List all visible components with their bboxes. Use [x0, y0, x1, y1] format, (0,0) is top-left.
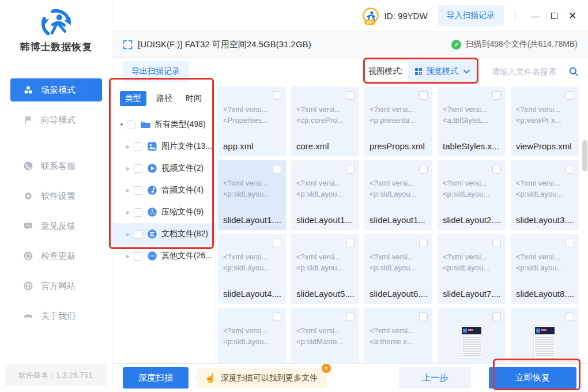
file-card[interactable]: [438, 308, 506, 363]
tree-item-archive[interactable]: ▶压缩文件(9): [112, 201, 216, 223]
expand-arrow-icon[interactable]: ▶: [126, 188, 134, 193]
file-checkbox[interactable]: [419, 165, 428, 174]
file-card[interactable]: <?xml versi...<p:presenta...presProps.xm…: [364, 86, 432, 156]
file-card[interactable]: <?xml versi...<p:sldLayou...slideLayout3…: [511, 160, 579, 230]
tree-checkbox[interactable]: [134, 164, 142, 173]
sidebar-item-wizard[interactable]: 向导模式: [10, 108, 102, 131]
file-card[interactable]: <?xml versi...<p:sldMaste...: [291, 308, 359, 363]
vip-tag: VIP: [364, 20, 375, 25]
file-card[interactable]: <?xml versi...<p:sldLayou...slideLayout7…: [438, 234, 506, 304]
sidebar-item-feedback[interactable]: 意见反馈: [10, 214, 102, 238]
tree-item-other[interactable]: ▶其他文件(26...: [112, 245, 216, 267]
file-card[interactable]: <?xml versi...<Properties...app.xml: [218, 86, 286, 156]
previous-step-button[interactable]: 上一步: [399, 367, 471, 389]
file-checkbox[interactable]: [273, 312, 281, 321]
tree-checkbox[interactable]: [134, 208, 142, 217]
file-preview-text: <?xml versi...<cp:corePro...: [296, 104, 355, 126]
file-checkbox[interactable]: [492, 312, 501, 321]
tree-item-audio[interactable]: ▶音频文件(4): [112, 179, 216, 201]
maximize-button[interactable]: [546, 8, 561, 23]
file-card[interactable]: <?xml versi...<p:viewPr x...viewProps.xm…: [511, 86, 579, 156]
tree-list: ▼所有类型(498)▶图片文件(13...▶视频文件(2)▶音频文件(4)▶压缩…: [112, 114, 216, 267]
file-card[interactable]: <?xml versi...<p:sldLayou...slideLayout8…: [511, 234, 579, 304]
file-card[interactable]: <?xml versi...<p:sldLayou...slideLayout2…: [438, 160, 506, 230]
maximize-icon: [551, 13, 557, 19]
sidebar-item-update[interactable]: 检查更新: [10, 244, 102, 267]
sidebar-item-website[interactable]: 官方网站: [10, 274, 102, 297]
file-card[interactable]: <?xml versi...<a:theme x...: [364, 308, 432, 363]
file-card[interactable]: <?xml versi...<p:sldLayou...slideLayout5…: [291, 234, 359, 304]
minimize-button[interactable]: —: [528, 8, 543, 23]
file-checkbox[interactable]: [273, 91, 281, 100]
file-checkbox[interactable]: [566, 91, 574, 100]
tree-checkbox[interactable]: [134, 186, 142, 195]
export-scan-button[interactable]: 导出扫描记录: [123, 61, 189, 82]
file-checkbox[interactable]: [346, 91, 355, 100]
sidebar-item-support[interactable]: 联系客服: [10, 154, 102, 178]
file-preview-text: <?xml versi...<a:theme x...: [370, 325, 428, 347]
file-card[interactable]: <?xml versi...<p:sldLayou...slideLayout1…: [218, 160, 286, 230]
file-checkbox[interactable]: [492, 91, 501, 100]
file-checkbox[interactable]: [419, 312, 428, 321]
sidebar-item-settings[interactable]: 软件设置: [10, 184, 102, 208]
deep-scan-button[interactable]: 深度扫描: [123, 367, 189, 389]
file-checkbox[interactable]: [346, 239, 355, 247]
sidebar-item-label: 意见反馈: [41, 221, 76, 232]
file-card[interactable]: <?xml versi...<p:sldLayou...slideLayout4…: [218, 234, 286, 304]
file-checkbox[interactable]: [273, 165, 281, 174]
tree-tab-type[interactable]: 类型: [120, 91, 146, 106]
scrollbar-thumb[interactable]: [582, 140, 587, 171]
file-checkbox[interactable]: [346, 165, 355, 174]
file-card[interactable]: <?xml versi...<p:sldLayou...slideLayout6…: [364, 234, 432, 304]
scan-status: 扫描到498个文件(共614.78MB): [465, 39, 578, 50]
expand-arrow-icon[interactable]: ▶: [126, 166, 134, 171]
tree-item-all[interactable]: ▼所有类型(498): [112, 114, 216, 135]
expand-arrow-icon[interactable]: ▶: [126, 232, 134, 237]
collapse-arrow-icon[interactable]: ▼: [119, 122, 127, 127]
file-checkbox[interactable]: [419, 91, 428, 100]
import-scan-button[interactable]: 导入扫描记录: [438, 5, 504, 26]
tip-close-button[interactable]: ✕: [322, 364, 331, 373]
tree-checkbox[interactable]: [134, 230, 142, 239]
expand-arrow-icon[interactable]: ▶: [126, 210, 134, 215]
expand-arrow-icon[interactable]: ▶: [126, 144, 134, 149]
file-card[interactable]: <?xml versi...<a:tblStyleL...tableStyles…: [438, 86, 506, 156]
search-icon[interactable]: [569, 67, 579, 77]
titlebar-divider: |: [514, 10, 517, 21]
view-mode-value: 预览模式: [426, 66, 458, 77]
tree-item-doc[interactable]: ▶文档文件(82): [112, 223, 216, 245]
tree-checkbox[interactable]: [134, 252, 142, 261]
file-card[interactable]: <?xml versi...<p:sldLayou...slideLayout1…: [291, 160, 359, 230]
expand-arrow-icon[interactable]: ▶: [126, 254, 134, 259]
tree-tab-path[interactable]: 路径: [156, 93, 172, 104]
file-preview-text: <?xml versi...<p:sldLayou...: [443, 178, 501, 199]
sidebar-item-about[interactable]: 关于我们: [10, 304, 102, 327]
titlebar: VIP ID: 99YDW 导入扫描记录 | — ✕: [112, 0, 588, 32]
file-checkbox[interactable]: [273, 239, 281, 247]
view-mode-dropdown[interactable]: 预览模式: [408, 61, 477, 82]
tree-checkbox[interactable]: [134, 142, 142, 151]
tree-item-video[interactable]: ▶视频文件(2): [112, 157, 216, 179]
file-card[interactable]: [511, 308, 579, 363]
close-button[interactable]: ✕: [565, 8, 580, 23]
file-card[interactable]: <?xml versi...<p:sldLayou...: [218, 308, 286, 363]
file-checkbox[interactable]: [566, 312, 574, 321]
chat-icon: [23, 221, 33, 231]
drive-infobar: [UDISK(F:)] FAT32 可用空间24.5GB(31.2GB) ✓ 扫…: [112, 32, 588, 58]
file-checkbox[interactable]: [566, 165, 574, 174]
tree-checkbox[interactable]: [127, 120, 135, 129]
file-checkbox[interactable]: [492, 165, 501, 174]
file-card[interactable]: <?xml versi...<cp:corePro...core.xml: [291, 86, 359, 156]
file-checkbox[interactable]: [566, 239, 574, 247]
tree-tab-time[interactable]: 时间: [186, 93, 202, 104]
file-card[interactable]: <?xml versi...<p:sldLayou...slideLayout1…: [364, 160, 432, 230]
search-input[interactable]: [492, 67, 568, 76]
file-checkbox[interactable]: [419, 239, 428, 247]
file-checkbox[interactable]: [346, 312, 355, 321]
file-checkbox[interactable]: [492, 239, 501, 247]
file-name: slideLayout5....: [296, 289, 355, 299]
recover-now-button[interactable]: 立即恢复: [489, 367, 576, 389]
sidebar-item-scene[interactable]: 场景模式: [10, 78, 102, 101]
tree-item-image[interactable]: ▶图片文件(13...: [112, 135, 216, 157]
sidebar-nav: 场景模式向导模式联系客服软件设置意见反馈检查更新官方网站关于我们: [0, 78, 112, 334]
